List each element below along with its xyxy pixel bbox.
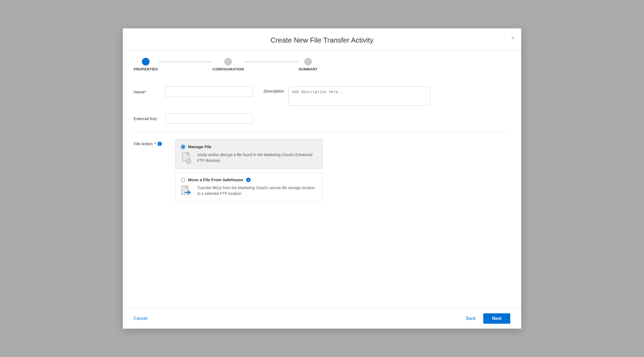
move-file-radio[interactable]	[181, 178, 185, 182]
step-summary: SUMMARY	[299, 58, 318, 71]
file-action-info-icon[interactable]: i	[157, 142, 162, 146]
step-circle-configuration	[224, 58, 232, 66]
stepper: PROPERTIES CONFIGURATION SUMMARY	[123, 50, 521, 77]
step-properties: PROPERTIES	[134, 58, 158, 71]
move-file-info-icon[interactable]: i	[246, 178, 251, 182]
cancel-button[interactable]: Cancel	[134, 314, 147, 323]
name-group: Name*	[134, 87, 253, 97]
step-configuration: CONFIGURATION	[213, 58, 244, 71]
move-file-header: Move a File From Safehouse i	[181, 177, 317, 182]
manage-file-title: Manage File	[188, 144, 211, 149]
modal-body: Name* Description External Key	[123, 77, 521, 308]
description-textarea[interactable]	[288, 87, 430, 106]
name-input[interactable]	[165, 87, 253, 97]
description-group: Description	[264, 87, 510, 106]
description-label: Description	[264, 89, 284, 93]
modal-footer: Cancel Back Next	[123, 308, 521, 329]
external-key-label: External Key	[134, 116, 161, 121]
back-button[interactable]: Back	[462, 314, 480, 323]
svg-rect-4	[188, 163, 189, 164]
external-key-row: External Key	[134, 113, 510, 124]
manage-file-desc: Unzip and/or decrypt a file found in the…	[197, 152, 317, 163]
step-connector-2	[244, 61, 299, 62]
divider	[134, 131, 510, 132]
manage-file-body: Unzip and/or decrypt a file found in the…	[181, 152, 317, 164]
modal-title: Create New File Transfer Activity	[134, 36, 510, 50]
manage-file-option[interactable]: Manage File	[175, 139, 323, 169]
move-file-option[interactable]: Move a File From Safehouse i	[175, 172, 323, 202]
modal-header: Create New File Transfer Activity ×	[123, 28, 521, 50]
close-button[interactable]: ×	[511, 35, 515, 41]
step-label-summary: SUMMARY	[299, 67, 318, 71]
manage-file-icon	[181, 152, 193, 164]
modal-overlay: Create New File Transfer Activity × PROP…	[0, 0, 644, 357]
step-label-configuration: CONFIGURATION	[213, 67, 244, 71]
external-key-group: External Key	[134, 113, 253, 124]
move-file-desc: Transfer file(s) from the Marketing Clou…	[197, 185, 317, 197]
move-file-body: Transfer file(s) from the Marketing Clou…	[181, 185, 317, 197]
modal: Create New File Transfer Activity × PROP…	[123, 28, 521, 329]
svg-rect-6	[190, 161, 191, 161]
file-action-label: File Action* i	[134, 139, 166, 146]
external-key-input[interactable]	[165, 113, 253, 124]
svg-rect-5	[186, 161, 187, 161]
next-button[interactable]: Next	[483, 313, 510, 324]
name-label: Name*	[134, 90, 161, 94]
name-description-row: Name* Description	[134, 87, 510, 106]
move-file-title: Move a File From Safehouse	[188, 177, 243, 182]
file-action-section: File Action* i Manage File	[134, 139, 510, 202]
step-connector-1	[158, 61, 213, 62]
move-file-icon	[181, 185, 193, 197]
footer-right: Back Next	[462, 313, 510, 324]
step-circle-properties	[142, 58, 150, 66]
file-action-options: Manage File	[175, 139, 323, 202]
manage-file-radio[interactable]	[181, 145, 185, 149]
step-label-properties: PROPERTIES	[134, 67, 158, 71]
step-circle-summary	[304, 58, 312, 66]
svg-rect-3	[188, 158, 189, 159]
manage-file-header: Manage File	[181, 144, 317, 149]
